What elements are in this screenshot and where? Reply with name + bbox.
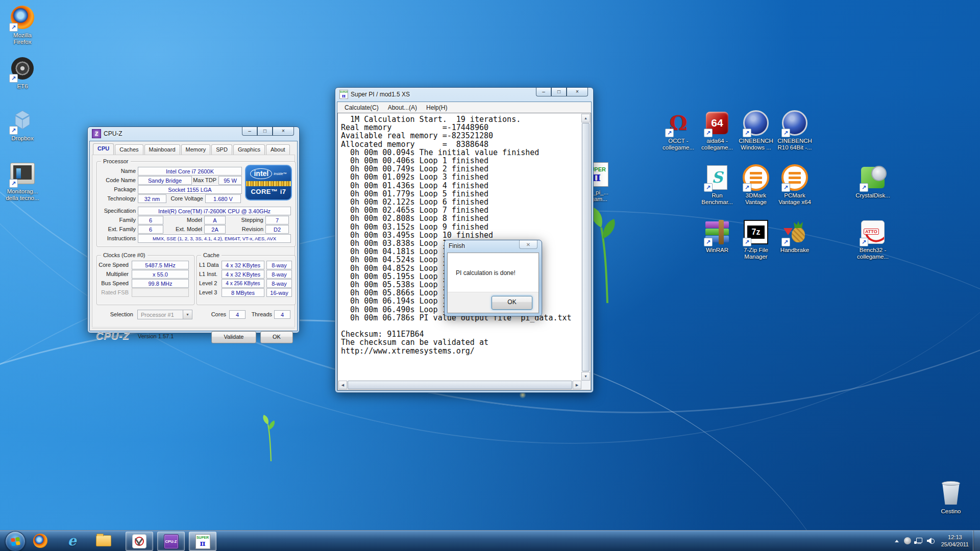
minimize-button[interactable]: – xyxy=(536,88,551,96)
cpuz-ok-button[interactable]: OK xyxy=(260,331,293,343)
threads-value: 4 xyxy=(274,310,290,319)
maximize-button[interactable]: □ xyxy=(257,127,273,136)
desktop-icon-handbrake[interactable]: ↗Handbrake xyxy=(775,219,814,254)
tab-caches[interactable]: Caches xyxy=(115,144,143,155)
taskbar-superpi-button[interactable]: SUPERπ xyxy=(189,532,216,551)
tab-cpu[interactable]: CPU xyxy=(93,143,114,155)
shortcut-arrow-icon: ↗ xyxy=(704,238,713,246)
scroll-up-icon[interactable]: ▲ xyxy=(581,114,590,122)
desktop-icon-3dmark-vantage[interactable]: ↗3DMarkVantage xyxy=(737,164,775,206)
tab-graphics[interactable]: Graphics xyxy=(233,144,265,155)
cpuz-window: Z CPU-Z – □ × CPUCachesMainboardMemorySP… xyxy=(87,127,300,333)
show-desktop-button[interactable] xyxy=(973,531,980,551)
desktop-icon-pcmark-vantage[interactable]: ↗PCMarkVantage x64 xyxy=(775,164,814,206)
desktop-icon-label: 3DMarkVantage xyxy=(737,192,775,206)
desktop: ↗MozillaFirefox↗ET6↗Dropbox↗Monitorag...… xyxy=(0,0,980,551)
selection-dropdown[interactable]: Processor #1 ▼ xyxy=(137,310,192,319)
chevron-down-icon: ▼ xyxy=(183,310,192,319)
superpi-output: 1M Calculation Start. 19 iterations. Rea… xyxy=(341,115,579,355)
desktop-icon-image: ↗ xyxy=(853,164,892,191)
package-value: Socket 1155 LGA xyxy=(138,185,242,194)
menu-calculatec[interactable]: Calculate(C) xyxy=(340,103,383,112)
desktop-icon-recycle-bin[interactable]: Cestino xyxy=(932,480,970,515)
desktop-icon-label: CINEBENCHWindows ... xyxy=(737,138,775,151)
windows-logo-icon xyxy=(11,537,20,546)
finish-dialog-body: PI calculation is done! OK xyxy=(447,253,539,313)
desktop-icon-cinebench-windows[interactable]: ↗CINEBENCHWindows ... xyxy=(737,110,775,151)
l1-data-label: L1 Data xyxy=(199,261,219,269)
clocks-group: Clocks (Core #0) Core Speed 5487.5 MHz M… xyxy=(96,255,194,305)
desktop-icon-label: CINEBENCHR10 64Bit -... xyxy=(775,138,814,151)
desktop-icon-image: S↗ xyxy=(698,164,737,191)
superpi-icon: SUPERπ xyxy=(195,534,210,549)
desktop-icon-label: MozillaFirefox xyxy=(3,32,42,45)
desktop-icon-7zip[interactable]: 7z↗7-Zip FileManager xyxy=(737,219,775,260)
menu-abouta[interactable]: About...(A) xyxy=(384,103,421,112)
scroll-left-icon[interactable]: ◀ xyxy=(338,381,347,389)
taskbar-explorer-button[interactable] xyxy=(95,533,112,548)
ext-family-label: Ext. Family xyxy=(97,225,136,234)
name-label: Name xyxy=(97,167,136,176)
core-speed-value: 5487.5 MHz xyxy=(132,261,189,269)
finish-ok-button[interactable]: OK xyxy=(492,296,532,310)
desktop-icon-image: ↗ xyxy=(3,107,42,134)
l1-data-value: 4 x 32 KBytes xyxy=(222,261,264,269)
taskbar-snipping-tool-button[interactable] xyxy=(126,532,153,551)
clock[interactable]: 12:13 25/04/2011 xyxy=(941,534,969,548)
desktop-icon-aida64[interactable]: 64↗aida64 -collegame... xyxy=(698,110,737,151)
intel-core-i7-badge: intelinside™ CORE™ i7 xyxy=(245,165,292,201)
max-tdp-value: 95 W xyxy=(218,176,242,185)
horizontal-scroll-thumb[interactable] xyxy=(348,381,572,389)
cpu-name-value: Intel Core i7 2600K xyxy=(138,167,242,176)
clock-time: 12:13 xyxy=(948,534,962,540)
desktop-icon-label: Handbrake xyxy=(775,247,814,254)
scroll-right-icon[interactable]: ▶ xyxy=(573,381,581,389)
desktop-icon-monitoring[interactable]: ↗Monitorag...della tecno... xyxy=(3,160,42,202)
hidden-icons-chevron-icon[interactable] xyxy=(895,540,899,542)
tray-app-icon[interactable] xyxy=(904,537,911,544)
vertical-scrollbar[interactable]: ▲ ▼ xyxy=(581,114,590,381)
tab-mainboard[interactable]: Mainboard xyxy=(144,144,180,155)
vertical-scroll-thumb[interactable] xyxy=(582,123,590,371)
taskbar-ie-button[interactable]: e xyxy=(63,533,81,548)
desktop-icon-winrar[interactable]: ↗WinRAR xyxy=(698,219,737,254)
cores-value: 4 xyxy=(229,310,246,319)
tab-about[interactable]: About xyxy=(266,144,290,155)
desktop-icon-label: 7-Zip FileManager xyxy=(737,247,775,260)
desktop-icon-label: ET6 xyxy=(3,83,42,90)
desktop-icon-bench32[interactable]: ATTO↗Bench32 -collegame... xyxy=(853,219,892,260)
start-button[interactable] xyxy=(5,531,26,551)
model-label: Model xyxy=(164,216,202,224)
shortcut-arrow-icon: ↗ xyxy=(743,129,751,137)
desktop-icon-firefox[interactable]: ↗MozillaFirefox xyxy=(3,4,42,45)
tab-memory[interactable]: Memory xyxy=(181,144,211,155)
desktop-icon-occt[interactable]: Ω↗OCCT -collegame... xyxy=(659,110,698,151)
minimize-button[interactable]: – xyxy=(242,127,257,136)
validate-button[interactable]: Validate xyxy=(211,331,256,343)
taskbar-firefox-button[interactable] xyxy=(32,533,49,548)
close-button[interactable]: × xyxy=(273,127,294,136)
superpi-app-icon: SUPERπ xyxy=(339,90,348,99)
shortcut-arrow-icon: ↗ xyxy=(9,74,18,83)
menu-helph[interactable]: Help(H) xyxy=(422,103,451,112)
tab-spd[interactable]: SPD xyxy=(211,144,232,155)
maximize-button[interactable]: □ xyxy=(551,88,567,96)
desktop-icon-dropbox[interactable]: ↗Dropbox xyxy=(3,107,42,142)
desktop-icon-image: ATTO↗ xyxy=(853,219,892,245)
desktop-icon-et6[interactable]: ↗ET6 xyxy=(3,55,42,90)
desktop-icon-crystaldisk[interactable]: ↗CrystalDisk... xyxy=(853,164,892,199)
desktop-icon-run-benchmark[interactable]: S↗RunBenchmar... xyxy=(698,164,737,206)
close-icon[interactable]: ✕ xyxy=(519,240,537,249)
network-icon[interactable] xyxy=(915,538,923,544)
horizontal-scrollbar[interactable]: ◀ ▶ xyxy=(338,381,581,389)
volume-icon[interactable] xyxy=(927,537,935,544)
desktop-icon-cinebench-r10[interactable]: ↗CINEBENCHR10 64Bit -... xyxy=(775,110,814,151)
scroll-down-icon[interactable]: ▼ xyxy=(581,372,590,381)
desktop-icon-image: ↗ xyxy=(737,164,775,191)
taskbar-cpuz-button[interactable]: CPU-Z xyxy=(157,532,185,551)
desktop-icon-label: WinRAR xyxy=(698,247,737,254)
l3-label: Level 3 xyxy=(199,288,219,297)
desktop-icon-image: ↗ xyxy=(737,110,775,136)
close-button[interactable]: × xyxy=(567,88,588,96)
core-voltage-label: Core Voltage xyxy=(167,194,203,203)
